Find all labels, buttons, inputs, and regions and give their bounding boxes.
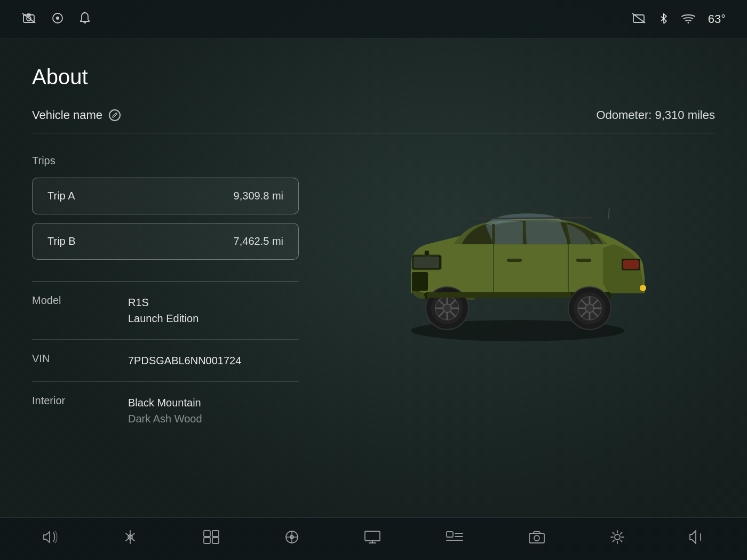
right-panel: [320, 155, 715, 439]
trips-label: Trips: [32, 155, 299, 167]
svg-line-46: [475, 218, 592, 219]
svg-rect-15: [414, 257, 439, 268]
nav-apps[interactable]: [194, 525, 228, 553]
interior-value: Black Mountain Dark Ash Wood: [128, 395, 202, 427]
model-name: R1S: [128, 294, 198, 310]
camera-nav-icon: [528, 530, 545, 548]
bottom-navigation: [0, 517, 747, 560]
odometer-label: Odometer:: [596, 108, 651, 122]
content-body: Trips Trip A 9,309.8 mi Trip B 7,462.5 m…: [32, 155, 715, 439]
odometer-display: Odometer: 9,310 miles: [596, 108, 715, 122]
svg-point-45: [640, 285, 646, 291]
svg-rect-19: [623, 260, 639, 269]
status-bar-right: 63°: [631, 12, 726, 26]
svg-point-66: [615, 534, 620, 540]
odometer-value: 9,310 miles: [655, 108, 715, 122]
svg-rect-16: [425, 251, 429, 256]
svg-rect-57: [365, 531, 380, 541]
svg-point-5: [56, 17, 59, 20]
speaker-right-nav-icon: [689, 530, 704, 548]
temperature-display: 63°: [708, 12, 726, 26]
page-title: About: [32, 65, 715, 89]
volume-nav-icon: [43, 530, 58, 548]
svg-rect-50: [212, 531, 219, 537]
nav-climate[interactable]: [114, 525, 147, 553]
map-nav-icon: [284, 530, 299, 548]
vin-row: VIN 7PDSGABL6NN001724: [32, 340, 299, 382]
trip-b-value: 7,462.5 mi: [234, 235, 283, 247]
bell-icon: [79, 12, 91, 26]
car-illustration: [379, 165, 656, 347]
wifi-icon: [681, 13, 695, 25]
svg-rect-60: [447, 532, 453, 537]
nav-volume[interactable]: [34, 526, 66, 552]
svg-rect-44: [427, 292, 571, 298]
svg-point-35: [443, 304, 451, 313]
settings-nav-icon: [610, 530, 625, 548]
info-section: Model R1S Launch Edition VIN 7PDSGABL6NN…: [32, 281, 299, 439]
svg-point-65: [534, 535, 539, 541]
edit-vehicle-name-button[interactable]: [109, 109, 121, 121]
svg-rect-64: [529, 533, 544, 543]
svg-rect-49: [204, 531, 210, 537]
nav-camera[interactable]: [520, 526, 554, 552]
camera-slash-right-icon: [631, 12, 646, 26]
screen-nav-icon: [364, 530, 381, 548]
left-panel: Trips Trip A 9,309.8 mi Trip B 7,462.5 m…: [32, 155, 299, 439]
interior-label: Interior: [32, 395, 128, 407]
trip-b-card[interactable]: Trip B 7,462.5 mi: [32, 223, 299, 260]
model-edition: Launch Edition: [128, 310, 198, 326]
svg-rect-27: [576, 259, 591, 262]
mode-icon: [51, 12, 64, 26]
svg-line-47: [608, 208, 609, 219]
svg-rect-51: [204, 538, 210, 543]
svg-rect-26: [507, 259, 522, 262]
interior-color: Black Mountain: [128, 395, 202, 411]
trips-section: Trips Trip A 9,309.8 mi Trip B 7,462.5 m…: [32, 155, 299, 260]
nav-settings[interactable]: [601, 525, 633, 553]
nav-map[interactable]: [276, 525, 308, 553]
vehicle-name-row: Vehicle name Odometer: 9,310 miles: [32, 108, 715, 133]
trip-a-value: 9,309.8 mi: [234, 190, 283, 202]
vin-value: 7PDSGABL6NN001724: [128, 353, 241, 369]
bluetooth-icon: [659, 12, 669, 26]
trip-a-card[interactable]: Trip A 9,309.8 mi: [32, 178, 299, 214]
model-label: Model: [32, 294, 128, 307]
interior-trim: Dark Ash Wood: [128, 411, 202, 427]
vin-label: VIN: [32, 353, 128, 365]
main-content: About Vehicle name Odometer: 9,310 miles…: [0, 38, 747, 439]
model-value: R1S Launch Edition: [128, 294, 198, 326]
menu-nav-icon: [446, 531, 464, 547]
nav-speaker-right[interactable]: [680, 525, 712, 553]
status-bar-left: [21, 12, 91, 26]
svg-rect-17: [412, 272, 428, 291]
interior-row: Interior Black Mountain Dark Ash Wood: [32, 382, 299, 439]
status-bar: 63°: [0, 0, 747, 38]
climate-nav-icon: [122, 530, 138, 548]
svg-point-43: [585, 304, 594, 313]
camera-off-icon: [21, 12, 36, 26]
svg-rect-52: [212, 538, 219, 543]
nav-menu[interactable]: [437, 526, 472, 551]
model-row: Model R1S Launch Edition: [32, 282, 299, 340]
apps-nav-icon: [203, 530, 220, 548]
trip-a-name: Trip A: [47, 190, 75, 202]
nav-screen[interactable]: [355, 526, 390, 552]
svg-point-12: [687, 22, 689, 23]
vehicle-name-label: Vehicle name: [32, 108, 121, 122]
vehicle-name-text: Vehicle name: [32, 108, 102, 122]
trip-b-name: Trip B: [47, 235, 76, 247]
